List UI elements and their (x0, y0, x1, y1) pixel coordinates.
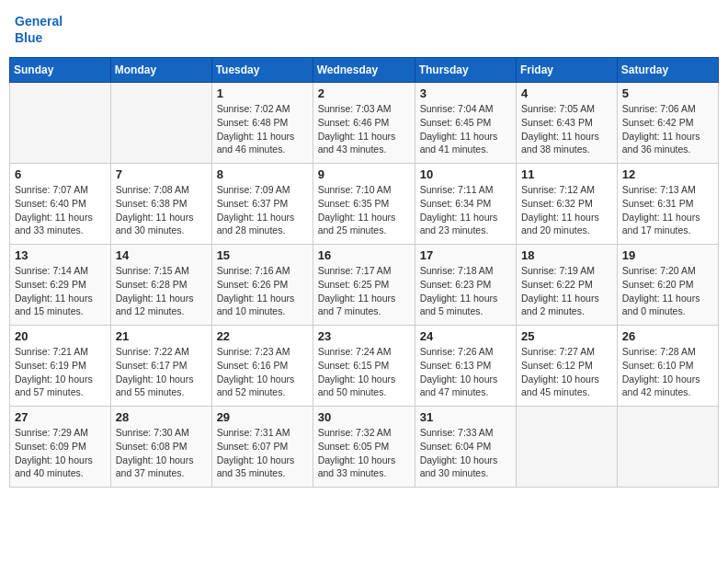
day-number: 8 (217, 167, 308, 181)
calendar-cell: 9Sunrise: 7:10 AM Sunset: 6:35 PM Daylig… (313, 164, 415, 245)
day-info: Sunrise: 7:07 AM Sunset: 6:40 PM Dayligh… (15, 183, 106, 237)
day-number: 3 (420, 86, 511, 100)
day-info: Sunrise: 7:20 AM Sunset: 6:20 PM Dayligh… (622, 264, 713, 318)
day-info: Sunrise: 7:18 AM Sunset: 6:23 PM Dayligh… (420, 264, 511, 318)
day-number: 7 (116, 167, 207, 181)
day-number: 28 (116, 410, 207, 424)
day-info: Sunrise: 7:33 AM Sunset: 6:04 PM Dayligh… (420, 426, 511, 480)
day-info: Sunrise: 7:31 AM Sunset: 6:07 PM Dayligh… (217, 426, 308, 480)
calendar-cell: 26Sunrise: 7:28 AM Sunset: 6:10 PM Dayli… (617, 326, 718, 407)
calendar-cell: 20Sunrise: 7:21 AM Sunset: 6:19 PM Dayli… (10, 326, 111, 407)
calendar-week-4: 20Sunrise: 7:21 AM Sunset: 6:19 PM Dayli… (10, 326, 719, 407)
day-info: Sunrise: 7:04 AM Sunset: 6:45 PM Dayligh… (420, 102, 511, 156)
calendar-cell: 19Sunrise: 7:20 AM Sunset: 6:20 PM Dayli… (617, 245, 718, 326)
calendar-cell: 22Sunrise: 7:23 AM Sunset: 6:16 PM Dayli… (211, 326, 313, 407)
calendar-cell: 4Sunrise: 7:05 AM Sunset: 6:43 PM Daylig… (517, 83, 618, 164)
day-number: 13 (15, 248, 106, 262)
day-info: Sunrise: 7:02 AM Sunset: 6:48 PM Dayligh… (217, 102, 308, 156)
day-info: Sunrise: 7:29 AM Sunset: 6:09 PM Dayligh… (15, 426, 106, 480)
day-info: Sunrise: 7:10 AM Sunset: 6:35 PM Dayligh… (318, 183, 410, 237)
calendar-cell: 8Sunrise: 7:09 AM Sunset: 6:37 PM Daylig… (211, 164, 313, 245)
logo: General Blue General Blue (15, 13, 63, 46)
day-number: 6 (15, 167, 106, 181)
day-number: 24 (420, 329, 511, 343)
day-info: Sunrise: 7:17 AM Sunset: 6:25 PM Dayligh… (318, 264, 410, 318)
day-info: Sunrise: 7:03 AM Sunset: 6:46 PM Dayligh… (318, 102, 410, 156)
day-info: Sunrise: 7:16 AM Sunset: 6:26 PM Dayligh… (217, 264, 308, 318)
day-number: 30 (318, 410, 410, 424)
calendar-cell: 14Sunrise: 7:15 AM Sunset: 6:28 PM Dayli… (110, 245, 211, 326)
day-number: 20 (15, 329, 106, 343)
day-number: 31 (420, 410, 511, 424)
calendar-table: SundayMondayTuesdayWednesdayThursdayFrid… (9, 57, 719, 488)
calendar-cell (517, 407, 618, 488)
day-info: Sunrise: 7:06 AM Sunset: 6:42 PM Dayligh… (622, 102, 713, 156)
day-number: 19 (622, 248, 713, 262)
day-info: Sunrise: 7:13 AM Sunset: 6:31 PM Dayligh… (622, 183, 713, 237)
day-number: 17 (420, 248, 511, 262)
calendar-cell: 23Sunrise: 7:24 AM Sunset: 6:15 PM Dayli… (313, 326, 415, 407)
page-header: General Blue General Blue (9, 9, 719, 50)
day-number: 16 (318, 248, 410, 262)
day-info: Sunrise: 7:21 AM Sunset: 6:19 PM Dayligh… (15, 345, 106, 399)
day-number: 21 (116, 329, 207, 343)
calendar-cell: 28Sunrise: 7:30 AM Sunset: 6:08 PM Dayli… (110, 407, 211, 488)
calendar-cell: 11Sunrise: 7:12 AM Sunset: 6:32 PM Dayli… (517, 164, 618, 245)
day-info: Sunrise: 7:32 AM Sunset: 6:05 PM Dayligh… (318, 426, 410, 480)
calendar-cell: 1Sunrise: 7:02 AM Sunset: 6:48 PM Daylig… (211, 83, 313, 164)
calendar-cell: 29Sunrise: 7:31 AM Sunset: 6:07 PM Dayli… (211, 407, 313, 488)
calendar-cell: 15Sunrise: 7:16 AM Sunset: 6:26 PM Dayli… (211, 245, 313, 326)
calendar-cell (10, 83, 111, 164)
day-number: 15 (217, 248, 308, 262)
day-info: Sunrise: 7:23 AM Sunset: 6:16 PM Dayligh… (217, 345, 308, 399)
day-number: 25 (521, 329, 612, 343)
day-number: 5 (622, 86, 713, 100)
day-number: 22 (217, 329, 308, 343)
column-header-friday: Friday (517, 58, 618, 83)
logo-text-general: General (15, 13, 63, 29)
calendar-cell: 27Sunrise: 7:29 AM Sunset: 6:09 PM Dayli… (10, 407, 111, 488)
calendar-cell: 6Sunrise: 7:07 AM Sunset: 6:40 PM Daylig… (10, 164, 111, 245)
calendar-cell: 10Sunrise: 7:11 AM Sunset: 6:34 PM Dayli… (415, 164, 516, 245)
calendar-week-1: 1Sunrise: 7:02 AM Sunset: 6:48 PM Daylig… (10, 83, 719, 164)
day-info: Sunrise: 7:15 AM Sunset: 6:28 PM Dayligh… (116, 264, 207, 318)
calendar-cell: 17Sunrise: 7:18 AM Sunset: 6:23 PM Dayli… (415, 245, 516, 326)
logo-text-blue: Blue (15, 29, 63, 46)
calendar-cell: 30Sunrise: 7:32 AM Sunset: 6:05 PM Dayli… (313, 407, 415, 488)
day-info: Sunrise: 7:19 AM Sunset: 6:22 PM Dayligh… (521, 264, 612, 318)
calendar-cell: 5Sunrise: 7:06 AM Sunset: 6:42 PM Daylig… (617, 83, 718, 164)
column-header-wednesday: Wednesday (313, 58, 415, 83)
calendar-cell: 16Sunrise: 7:17 AM Sunset: 6:25 PM Dayli… (313, 245, 415, 326)
day-number: 12 (622, 167, 713, 181)
column-header-sunday: Sunday (10, 58, 111, 83)
day-info: Sunrise: 7:28 AM Sunset: 6:10 PM Dayligh… (622, 345, 713, 399)
day-number: 18 (521, 248, 612, 262)
day-number: 26 (622, 329, 713, 343)
day-info: Sunrise: 7:05 AM Sunset: 6:43 PM Dayligh… (521, 102, 612, 156)
day-number: 4 (521, 86, 612, 100)
calendar-header-row: SundayMondayTuesdayWednesdayThursdayFrid… (10, 58, 719, 83)
day-info: Sunrise: 7:22 AM Sunset: 6:17 PM Dayligh… (116, 345, 207, 399)
column-header-saturday: Saturday (617, 58, 718, 83)
calendar-cell: 7Sunrise: 7:08 AM Sunset: 6:38 PM Daylig… (110, 164, 211, 245)
day-info: Sunrise: 7:24 AM Sunset: 6:15 PM Dayligh… (318, 345, 410, 399)
calendar-cell: 3Sunrise: 7:04 AM Sunset: 6:45 PM Daylig… (415, 83, 516, 164)
calendar-week-2: 6Sunrise: 7:07 AM Sunset: 6:40 PM Daylig… (10, 164, 719, 245)
day-number: 29 (217, 410, 308, 424)
calendar-cell: 13Sunrise: 7:14 AM Sunset: 6:29 PM Dayli… (10, 245, 111, 326)
day-number: 11 (521, 167, 612, 181)
calendar-cell: 12Sunrise: 7:13 AM Sunset: 6:31 PM Dayli… (617, 164, 718, 245)
calendar-cell: 2Sunrise: 7:03 AM Sunset: 6:46 PM Daylig… (313, 83, 415, 164)
calendar-week-5: 27Sunrise: 7:29 AM Sunset: 6:09 PM Dayli… (10, 407, 719, 488)
day-number: 27 (15, 410, 106, 424)
day-info: Sunrise: 7:27 AM Sunset: 6:12 PM Dayligh… (521, 345, 612, 399)
column-header-tuesday: Tuesday (211, 58, 313, 83)
day-number: 1 (217, 86, 308, 100)
calendar-cell (617, 407, 718, 488)
day-info: Sunrise: 7:08 AM Sunset: 6:38 PM Dayligh… (116, 183, 207, 237)
calendar-cell: 21Sunrise: 7:22 AM Sunset: 6:17 PM Dayli… (110, 326, 211, 407)
calendar-cell: 18Sunrise: 7:19 AM Sunset: 6:22 PM Dayli… (517, 245, 618, 326)
day-number: 2 (318, 86, 410, 100)
day-number: 10 (420, 167, 511, 181)
calendar-cell: 25Sunrise: 7:27 AM Sunset: 6:12 PM Dayli… (517, 326, 618, 407)
